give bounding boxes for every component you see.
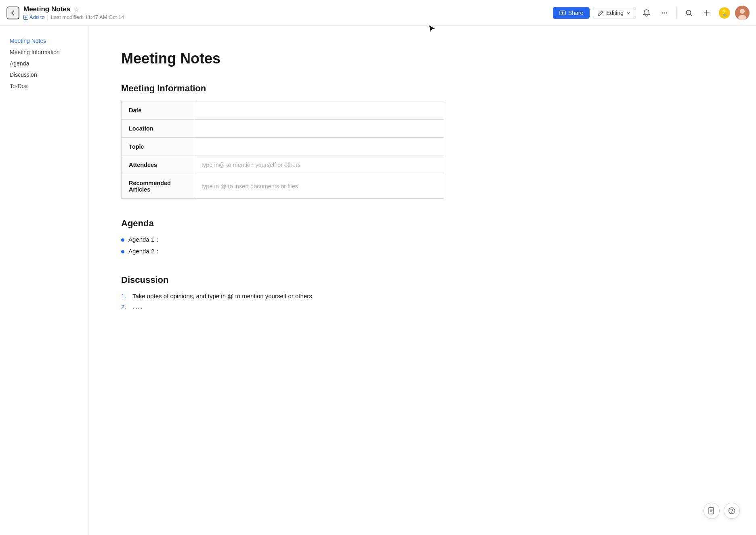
svg-point-10 <box>729 508 735 514</box>
meeting-information-heading: Meeting Information <box>121 83 444 94</box>
articles-placeholder: type in @ to insert documents or files <box>202 183 298 190</box>
add-button[interactable] <box>699 6 714 20</box>
content-area: Meeting Notes Meeting Information Date L… <box>89 26 477 535</box>
star-icon[interactable]: ☆ <box>74 6 79 13</box>
svg-point-3 <box>664 12 665 13</box>
svg-rect-9 <box>709 508 714 514</box>
bullet-dot-2 <box>121 250 124 253</box>
sidebar-item-agenda[interactable]: Agenda <box>6 58 82 69</box>
bullet-dot-1 <box>121 238 124 242</box>
agenda-item-1-text: Agenda 1： <box>128 236 160 244</box>
sidebar-item-discussion[interactable]: Discussion <box>6 70 82 80</box>
share-button[interactable]: Share <box>553 7 590 19</box>
discussion-item-1-text: Take notes of opinions, and type in @ to… <box>132 293 312 299</box>
share-label: Share <box>568 10 583 16</box>
more-button[interactable] <box>657 6 672 20</box>
table-row-topic: Topic <box>122 138 444 156</box>
table-label-articles: Recommended Articles <box>122 174 194 199</box>
agenda-list: Agenda 1： Agenda 2： <box>121 236 444 255</box>
table-label-date: Date <box>122 101 194 120</box>
floating-actions <box>704 503 740 519</box>
meta-separator: | <box>47 14 48 20</box>
table-label-location: Location <box>122 120 194 138</box>
svg-point-7 <box>740 9 745 14</box>
agenda-heading: Agenda <box>121 218 444 229</box>
sidebar-item-meeting-notes[interactable]: Meeting Notes <box>6 36 82 46</box>
discussion-item-2-text: ...... <box>132 303 143 310</box>
search-button[interactable] <box>682 6 696 20</box>
table-row-attendees: Attendees type in@ to mention yourself o… <box>122 156 444 174</box>
float-help-button[interactable] <box>724 503 740 519</box>
topbar-left: Meeting Notes ☆ Add to | Last modified: … <box>6 5 124 20</box>
discussion-item-2[interactable]: 2. ...... <box>121 303 444 310</box>
table-value-attendees[interactable]: type in@ to mention yourself or others <box>194 156 444 174</box>
discussion-heading: Discussion <box>121 275 444 285</box>
svg-point-2 <box>662 12 663 13</box>
table-row-articles: Recommended Articles type in @ to insert… <box>122 174 444 199</box>
list-num-1: 1. <box>121 293 128 299</box>
bell-button[interactable] <box>639 6 654 20</box>
agenda-item-1[interactable]: Agenda 1： <box>121 236 444 244</box>
agenda-item-2-text: Agenda 2： <box>128 248 160 255</box>
doc-title-area: Meeting Notes ☆ Add to | Last modified: … <box>23 5 124 20</box>
sidebar-item-to-dos[interactable]: To-Dos <box>6 81 82 91</box>
table-value-date[interactable] <box>194 101 444 120</box>
meeting-information-section: Meeting Information Date Location Topic <box>121 83 444 199</box>
agenda-section: Agenda Agenda 1： Agenda 2： <box>121 218 444 255</box>
svg-point-4 <box>666 12 667 13</box>
attendees-placeholder: type in@ to mention yourself or others <box>202 162 300 168</box>
float-doc-button[interactable] <box>704 503 720 519</box>
discussion-list: 1. Take notes of opinions, and type in @… <box>121 293 444 310</box>
table-label-attendees: Attendees <box>122 156 194 174</box>
topbar: Meeting Notes ☆ Add to | Last modified: … <box>0 0 756 26</box>
table-row-location: Location <box>122 120 444 138</box>
meeting-information-table: Date Location Topic Attendees ty <box>121 101 444 199</box>
table-value-topic[interactable] <box>194 138 444 156</box>
add-to-label: Add to <box>29 14 45 20</box>
sidebar: Meeting Notes Meeting Information Agenda… <box>0 26 89 535</box>
table-value-articles[interactable]: type in @ to insert documents or files <box>194 174 444 199</box>
back-button[interactable] <box>6 6 19 19</box>
discussion-item-1[interactable]: 1. Take notes of opinions, and type in @… <box>121 293 444 299</box>
document-title[interactable]: Meeting Notes <box>121 50 444 67</box>
editing-button[interactable]: Editing <box>593 7 636 19</box>
doc-title-row: Meeting Notes ☆ <box>23 5 124 13</box>
discussion-section: Discussion 1. Take notes of opinions, an… <box>121 275 444 310</box>
doc-title: Meeting Notes <box>23 5 70 13</box>
editing-label: Editing <box>606 10 624 16</box>
last-modified: Last modified: 11:47 AM Oct 14 <box>51 14 124 20</box>
table-row-date: Date <box>122 101 444 120</box>
doc-meta: Add to | Last modified: 11:47 AM Oct 14 <box>23 14 124 20</box>
toolbar-separator <box>676 7 677 19</box>
svg-point-11 <box>731 512 732 513</box>
topbar-right: Share Editing <box>553 6 750 20</box>
sidebar-item-meeting-information[interactable]: Meeting Information <box>6 47 82 57</box>
add-to-link[interactable]: Add to <box>23 14 45 20</box>
table-value-location[interactable] <box>194 120 444 138</box>
table-label-topic: Topic <box>122 138 194 156</box>
bulb-button[interactable]: 💡 <box>717 6 732 20</box>
agenda-item-2[interactable]: Agenda 2： <box>121 248 444 255</box>
avatar[interactable] <box>735 6 750 20</box>
list-num-2: 2. <box>121 303 128 310</box>
main-layout: Meeting Notes Meeting Information Agenda… <box>0 26 756 535</box>
